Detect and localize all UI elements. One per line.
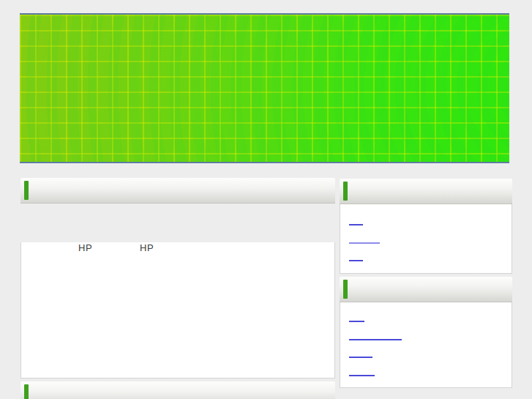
sidebar-link[interactable] [349,260,363,261]
sidebar-link-row [349,321,512,322]
sidebar-link-row [349,242,512,244]
hp-text-1: HP [78,242,92,253]
sidebar-link-row [349,260,512,261]
sidebar-links-1 [340,204,512,274]
sidebar-links-2 [340,302,512,388]
sidebar-link-row [349,224,512,225]
sidebar-section-1 [340,179,512,274]
green-accent-bar [24,384,29,399]
sidebar-link[interactable] [349,242,380,244]
sidebar-header-1 [340,179,512,204]
sidebar-link-row [349,375,512,376]
hero-banner [20,13,509,163]
sidebar [340,179,512,388]
about-header [20,178,335,204]
sidebar-link[interactable] [349,357,372,358]
green-accent-bar [343,182,348,201]
sidebar-header-2 [340,277,512,302]
sidebar-section-2 [340,277,512,388]
sidebar-link[interactable] [349,224,363,225]
about-body: HPHP [20,242,335,379]
main-column: HPHP 2011/06/21UP 2011/05/10UP [20,178,335,399]
green-accent-bar [24,181,29,200]
page: HPHP 2011/06/21UP 2011/05/10UP [0,0,532,399]
news-section: 2011/06/21UP 2011/05/10UP [20,381,335,399]
hp-text-2: HP [140,242,154,253]
news-header [20,381,335,399]
sidebar-link[interactable] [349,375,375,376]
about-paragraph: HPHP [78,242,334,253]
sidebar-link[interactable] [349,321,364,322]
about-section: HPHP [20,178,335,379]
sidebar-link[interactable] [349,339,402,340]
sidebar-link-row [349,339,512,340]
green-accent-bar [343,280,348,299]
sidebar-link-row [349,357,512,358]
